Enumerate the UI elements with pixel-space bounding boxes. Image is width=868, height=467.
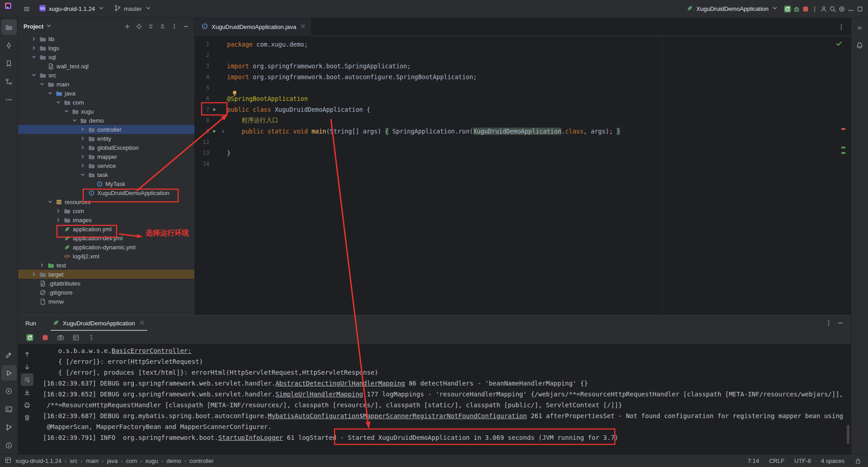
tree-item-gitattributes[interactable]: .gitattributes	[18, 279, 194, 288]
chevron-right-icon[interactable]	[79, 144, 87, 151]
print-console-button[interactable]	[21, 399, 33, 411]
tree-item-logs[interactable]: logs	[18, 43, 194, 52]
chevron-right-icon[interactable]	[30, 36, 38, 42]
tree-item-src[interactable]: src	[18, 71, 194, 80]
code-line[interactable]: 5	[195, 82, 851, 93]
chevron-right-icon[interactable]	[79, 162, 87, 169]
chevron-right-icon[interactable]	[38, 262, 46, 268]
vcs-stripe-mark[interactable]	[841, 152, 845, 154]
tree-item-java[interactable]: java	[18, 89, 194, 98]
code-line[interactable]: 13}	[195, 148, 851, 158]
tree-item-target[interactable]: target	[18, 270, 194, 279]
code-line[interactable]: 6@SpringBootApplication	[195, 93, 851, 104]
code-with-me-button[interactable]	[820, 5, 827, 13]
vcs-stripe-mark[interactable]	[841, 147, 845, 148]
git-toolwindow-button[interactable]	[1, 419, 17, 435]
tree-item-task[interactable]: task	[18, 170, 194, 179]
tree-item-resources[interactable]: resources	[18, 197, 194, 206]
thread-dump-button[interactable]	[55, 332, 66, 343]
tree-item-sql[interactable]: sql	[18, 52, 194, 62]
more-run-actions-button[interactable]	[811, 5, 818, 13]
tree-item-globalexception[interactable]: globalException	[18, 143, 194, 152]
tree-item-wall-test-sql[interactable]: wall_test.sql	[18, 62, 194, 71]
run-tab[interactable]: XuguDruidDemoApplication	[49, 315, 149, 331]
services-toolwindow-button[interactable]	[1, 383, 17, 399]
run-gutter-icon[interactable]	[209, 129, 219, 134]
down-stacktrace-button[interactable]	[21, 361, 33, 373]
editor-tab[interactable]: C XuguDruidDemoApplication.java	[195, 18, 311, 36]
chevron-right-icon[interactable]	[30, 45, 38, 51]
line-ending-selector[interactable]: CRLF	[769, 457, 784, 464]
project-view-selector[interactable]: Project	[24, 22, 52, 31]
chevron-right-icon[interactable]	[54, 217, 62, 223]
up-stacktrace-button[interactable]	[21, 348, 33, 361]
expand-all-button[interactable]	[145, 20, 156, 32]
commit-toolwindow-button[interactable]	[1, 38, 17, 53]
tree-item-xugu[interactable]: xugu	[18, 107, 194, 116]
tree-item-gitignore[interactable]: .gitignore	[18, 288, 194, 297]
code-line[interactable]: 1package com.xugu.demo;	[195, 39, 851, 50]
breadcrumb-item[interactable]: xugu-druid-1.1.24	[15, 457, 61, 464]
bookmarks-toolwindow-button[interactable]	[1, 56, 17, 71]
more-toolwindows-button[interactable]	[1, 92, 17, 107]
minimize-button[interactable]	[847, 5, 854, 13]
code-line[interactable]: 9 public static void main(String[] args)…	[195, 126, 851, 137]
breadcrumb-item[interactable]: java	[107, 457, 118, 464]
tree-item-test[interactable]: test	[18, 261, 194, 270]
collapse-all-button[interactable]	[156, 20, 168, 32]
project-selector[interactable]: X1 xugu-druid-1.1.24	[35, 2, 108, 16]
tree-item-application-dynamic-yml[interactable]: application-dynamic.yml	[18, 243, 194, 252]
tab-options-button[interactable]	[835, 20, 848, 34]
run-panel-options-button[interactable]	[823, 317, 835, 329]
chevron-down-icon[interactable]	[30, 54, 38, 60]
code-line[interactable]: 4import org.springframework.boot.autocon…	[195, 71, 851, 82]
console-class-link[interactable]: AbstractDetectingUrlHandlerMapping	[275, 380, 405, 387]
locate-file-button[interactable]	[133, 20, 145, 32]
run-console[interactable]: o.s.b.a.w.s.e.BasicErrorController: { [/…	[36, 344, 851, 455]
chevron-down-icon[interactable]	[46, 199, 54, 205]
console-scrollbar[interactable]	[847, 425, 849, 444]
console-class-link[interactable]: SimpleUrlHandlerMapping	[275, 391, 363, 398]
clear-console-button[interactable]	[21, 411, 33, 424]
rerun-button[interactable]	[784, 5, 791, 13]
chevron-right-icon[interactable]	[79, 126, 87, 133]
scroll-to-end-button[interactable]	[21, 386, 33, 399]
chevron-right-icon[interactable]	[79, 135, 87, 142]
code-editor[interactable]: 1package com.xugu.demo;23import org.spri…	[195, 36, 851, 315]
project-toolwindow-button[interactable]	[1, 19, 17, 35]
console-class-link[interactable]: BasicErrorController:	[112, 347, 192, 354]
rerun-app-button[interactable]	[24, 332, 35, 343]
chevron-down-icon[interactable]	[62, 108, 71, 114]
tree-item-mvnw[interactable]: mvnw	[18, 297, 194, 306]
chevron-down-icon[interactable]	[54, 99, 62, 105]
tree-item-controller[interactable]: controller	[18, 125, 194, 134]
add-button[interactable]	[121, 20, 133, 32]
tree-item-main[interactable]: main	[18, 80, 194, 89]
breadcrumb-item[interactable]: com	[126, 457, 137, 464]
close-tab-icon[interactable]	[138, 319, 146, 328]
project-options-button[interactable]	[168, 20, 180, 32]
code-line[interactable]: 3import org.springframework.boot.SpringA…	[195, 61, 851, 71]
tree-item-demo[interactable]: demo	[18, 116, 194, 125]
layout-settings-button[interactable]	[71, 332, 81, 343]
code-line[interactable]: 2	[195, 50, 851, 61]
run-config-selector[interactable]: XuguDruidDemoApplication	[683, 2, 782, 16]
breadcrumb-item[interactable]: src	[70, 457, 77, 464]
notifications-button[interactable]	[852, 38, 868, 53]
chevron-right-icon[interactable]	[30, 271, 38, 277]
intention-bulb-icon[interactable]	[231, 90, 238, 99]
soft-wrap-button[interactable]	[21, 373, 33, 386]
breadcrumb-item[interactable]: main	[86, 457, 99, 464]
tree-item-com[interactable]: com	[18, 98, 194, 107]
maven-toolwindow-button[interactable]: m	[852, 19, 868, 35]
build-toolwindow-button[interactable]	[1, 347, 17, 362]
fold-indicator-icon[interactable]	[219, 129, 227, 134]
chevron-down-icon[interactable]	[38, 81, 46, 87]
stop-app-button[interactable]	[40, 332, 51, 343]
structure-toolwindow-button[interactable]	[1, 74, 17, 89]
run-gutter-icon[interactable]	[209, 107, 219, 112]
chevron-down-icon[interactable]	[79, 172, 87, 178]
close-tab-icon[interactable]	[299, 23, 307, 31]
tree-item-mapper[interactable]: mapper	[18, 152, 194, 161]
debug-button[interactable]	[793, 5, 800, 13]
